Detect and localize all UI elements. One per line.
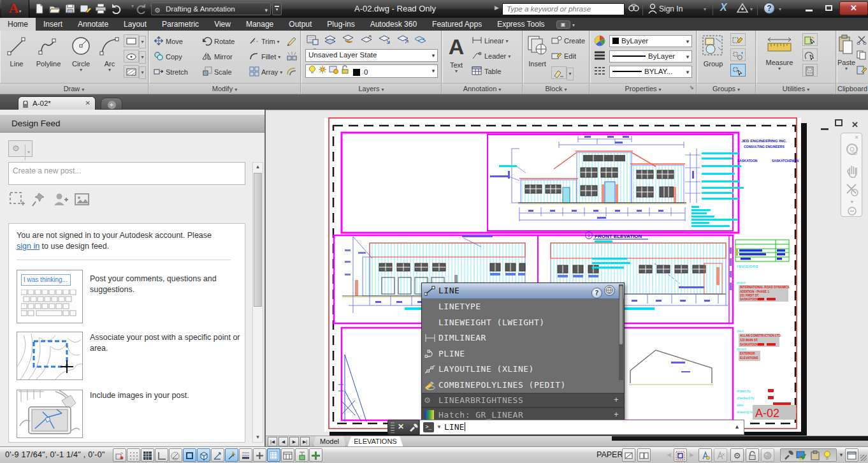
popup-scroll-thumb[interactable]: [619, 286, 623, 344]
scrollbar-thumb[interactable]: [254, 173, 262, 307]
infocenter-collapse-icon[interactable]: ▶: [495, 4, 499, 11]
app-menu-button[interactable]: A▾: [1, 0, 29, 18]
isolate-objects-toggle[interactable]: [295, 448, 308, 462]
tab-plugins[interactable]: Plug-ins: [319, 18, 362, 31]
quick-calc-button[interactable]: [802, 48, 818, 62]
leader-button[interactable]: Leader▾: [472, 51, 510, 65]
copy-button[interactable]: Copy: [153, 51, 182, 65]
annotation-scale-icon[interactable]: [698, 448, 712, 462]
group-edit-button[interactable]: [730, 33, 746, 47]
tab-elevations[interactable]: ELEVATIONS: [347, 436, 403, 447]
pin-icon[interactable]: [31, 191, 47, 208]
tab-express-tools[interactable]: Express Tools: [489, 18, 552, 31]
layer-state-combo[interactable]: Unsaved Layer State▼: [305, 49, 438, 62]
rectangle-button[interactable]: ▾: [124, 34, 146, 48]
file-tab[interactable]: A-02* ✕: [18, 96, 96, 110]
popup-item-linearbrightness[interactable]: ⚙LINEARBRIGHTNESS+: [422, 393, 624, 407]
rotate-button[interactable]: Rotate: [201, 36, 235, 50]
sign-in-label[interactable]: Sign In: [659, 0, 683, 18]
popup-item-hatch[interactable]: Hatch: GR_LINEAR+: [422, 407, 624, 421]
popup-search-icon[interactable]: [604, 285, 615, 296]
popup-help-icon[interactable]: ?: [591, 288, 602, 298]
layer-match-icon[interactable]: [414, 34, 429, 47]
tab-manage[interactable]: Manage: [238, 18, 281, 31]
pan-icon[interactable]: [841, 161, 863, 180]
command-input[interactable]: >_ ▼ LINE ▲: [419, 420, 744, 435]
group-select-toggle[interactable]: [730, 64, 746, 78]
maximize-viewport-button[interactable]: [674, 448, 687, 462]
polyline-button[interactable]: Polyline: [32, 33, 65, 68]
tab-layout[interactable]: Layout: [116, 18, 154, 31]
feed-settings-button[interactable]: ⚙▾: [8, 140, 33, 157]
panel-label-annotation[interactable]: Annotation ▾: [442, 83, 522, 94]
group-button[interactable]: Group: [699, 33, 727, 68]
dimension-linear-button[interactable]: Linear▾: [472, 36, 509, 50]
ellipse-button[interactable]: ▾: [124, 50, 146, 64]
layer-combo[interactable]: 0▼: [305, 64, 438, 78]
edit-block-button[interactable]: Edit: [551, 51, 576, 65]
workspace-switch-icon[interactable]: ⚙: [730, 448, 744, 462]
annotation-visibility-icon[interactable]: [714, 448, 727, 462]
recent-commands-icon[interactable]: ▼: [437, 424, 442, 430]
popup-item-line[interactable]: LINE ?: [422, 283, 624, 299]
save-icon[interactable]: [64, 3, 76, 15]
calculator-button[interactable]: [802, 64, 818, 78]
tab-annotate[interactable]: Annotate: [70, 18, 116, 31]
palette-scrollbar[interactable]: ▲ ▼: [252, 162, 263, 443]
zoom-icon[interactable]: [841, 182, 863, 201]
text-button[interactable]: AText▾: [444, 33, 469, 73]
tray-clipboard-icon[interactable]: [810, 450, 820, 463]
layer-state-icon[interactable]: [322, 34, 338, 47]
navbar-collapse-icon[interactable]: [841, 206, 863, 219]
tray-trustedapps-icon[interactable]: [796, 450, 807, 463]
sign-in-link[interactable]: sign in: [17, 242, 40, 251]
new-tab-button[interactable]: +: [101, 98, 122, 110]
wrench-icon[interactable]: [409, 422, 419, 436]
autodesk360-icon[interactable]: [736, 3, 749, 17]
grip-dots[interactable]: [391, 422, 394, 433]
hatch-button[interactable]: ▾: [124, 65, 146, 79]
viewport-freeze-icon[interactable]: [329, 68, 338, 76]
layer-off-icon[interactable]: [341, 34, 356, 47]
tab-autodesk360[interactable]: Autodesk 360: [363, 18, 424, 31]
new-file-icon[interactable]: [33, 3, 46, 15]
otrack-toggle[interactable]: [211, 448, 224, 462]
maximize-button[interactable]: [820, 1, 837, 15]
quick-select-button[interactable]: [802, 33, 818, 47]
arc-button[interactable]: Arc▾: [97, 33, 122, 72]
redo-icon[interactable]: [134, 3, 147, 15]
panel-label-draw[interactable]: Draw ▾: [0, 83, 148, 94]
ortho-toggle[interactable]: [155, 448, 168, 462]
undo-icon[interactable]: [111, 3, 124, 15]
command-up-icon[interactable]: ▲: [734, 423, 740, 430]
exchange-apps-icon[interactable]: X: [720, 2, 727, 13]
help-dropdown[interactable]: ▾: [779, 6, 781, 12]
steering-wheel-icon[interactable]: 2D: [841, 142, 863, 160]
command-bar-grip[interactable]: ✕: [387, 420, 419, 435]
add-person-icon[interactable]: [52, 191, 69, 208]
tab-output[interactable]: Output: [281, 18, 319, 31]
infer-constraints-toggle[interactable]: [113, 448, 126, 462]
tray-wrench-icon[interactable]: [783, 450, 795, 463]
color-wheel-icon[interactable]: [593, 34, 606, 48]
quick-view-drawings-button[interactable]: [637, 448, 651, 462]
clean-screen-button[interactable]: [845, 448, 858, 462]
tray-bulb-icon[interactable]: [823, 450, 832, 463]
new-post-input[interactable]: Create a new post...: [8, 162, 245, 185]
popup-item-linetype[interactable]: LINETYPE: [422, 299, 624, 315]
line-button[interactable]: Line: [3, 33, 31, 68]
move-button[interactable]: Move: [153, 36, 183, 50]
tab-view[interactable]: View: [206, 18, 238, 31]
steering-wheel-status-icon[interactable]: [761, 448, 774, 462]
tray-settings-icon[interactable]: ▼: [839, 452, 844, 458]
osnap-toggle[interactable]: [183, 448, 196, 462]
table-button[interactable]: Table: [472, 66, 501, 80]
minimize-button[interactable]: [800, 1, 818, 15]
paper-space-label[interactable]: PAPER: [597, 450, 623, 459]
save-as-icon[interactable]: [79, 3, 92, 15]
open-file-icon[interactable]: [48, 3, 61, 15]
tab-model[interactable]: Model: [313, 436, 346, 447]
popup-item-pline[interactable]: PLINE: [422, 346, 624, 362]
scroll-up-icon[interactable]: ▲: [254, 163, 262, 172]
lock-ui-icon[interactable]: [746, 448, 759, 462]
